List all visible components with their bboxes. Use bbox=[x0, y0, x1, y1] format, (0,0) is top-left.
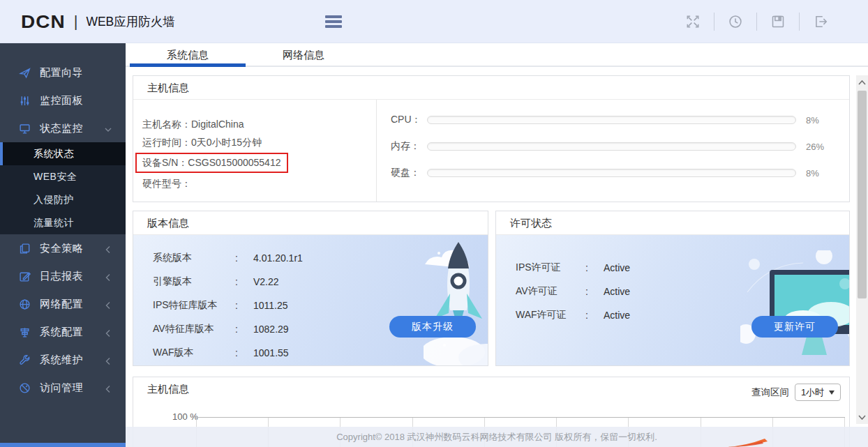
tab-bar: 系统信息 网络信息 bbox=[126, 43, 868, 67]
sidebar-item-system-maintain[interactable]: 系统维护 bbox=[0, 346, 126, 374]
disk-meter-track bbox=[427, 169, 796, 177]
fullscreen-icon[interactable] bbox=[685, 14, 701, 29]
sidebar-item-system-status[interactable]: 系统状态 bbox=[0, 142, 126, 165]
interval-selected-value: 1小时 bbox=[801, 381, 824, 404]
sidebar-item-label: 状态监控 bbox=[40, 122, 83, 135]
sidebar-item-config-wizard[interactable]: 配置向导 bbox=[0, 59, 126, 86]
cpu-meter-track bbox=[427, 116, 796, 124]
sidebar-accent-bar bbox=[0, 443, 126, 447]
waf-version-row: WAF版本:1001.55 bbox=[153, 341, 488, 365]
sidebar-item-label: 日志报表 bbox=[40, 270, 83, 283]
ips-signature-version-row: IPS特征库版本:1011.25 bbox=[153, 294, 488, 317]
sidebar-item-monitor-panel[interactable]: 监控面板 bbox=[0, 86, 126, 114]
engine-version-row: 引擎版本:V2.22 bbox=[153, 270, 488, 294]
dcn-logo: DCN bbox=[21, 11, 66, 32]
uptime-row: 运行时间：0天0小时15分钟 bbox=[142, 133, 376, 151]
version-info-panel: 版本信息 系统版本:4 bbox=[133, 211, 488, 366]
panel-title: 许可状态 bbox=[496, 211, 849, 235]
chevron-left-icon bbox=[105, 272, 112, 280]
interval-dropdown[interactable]: 1小时 bbox=[795, 384, 841, 401]
ips-license-row: IPS许可证:Active bbox=[516, 256, 849, 280]
save-icon[interactable] bbox=[770, 14, 786, 29]
blocked-globe-icon bbox=[19, 382, 31, 394]
hardware-model-row: 硬件型号： bbox=[142, 174, 376, 192]
sidebar-item-intrusion-prevention[interactable]: 入侵防护 bbox=[0, 188, 126, 211]
app-header: DCN | WEB应用防火墙 bbox=[0, 0, 868, 43]
y-axis-top-tick: 100 % bbox=[172, 411, 198, 422]
sidebar-item-security-policy[interactable]: 安全策略 bbox=[0, 234, 126, 262]
disk-percent: 8% bbox=[806, 168, 832, 179]
header-action-icons bbox=[672, 0, 841, 43]
signpost-icon bbox=[19, 326, 31, 338]
chevron-left-icon bbox=[105, 328, 112, 336]
sidebar-item-label: 访问管理 bbox=[40, 381, 83, 395]
sidebar-item-label: 系统维护 bbox=[40, 354, 83, 367]
edit-icon bbox=[19, 271, 31, 282]
documents-icon bbox=[19, 243, 31, 255]
memory-meter-track bbox=[427, 142, 796, 151]
license-status-panel: 许可状态 bbox=[495, 211, 850, 366]
sidebar-item-status-monitor[interactable]: 状态监控 bbox=[0, 114, 126, 142]
query-interval-label: 查询区间 bbox=[751, 381, 789, 404]
license-rows: IPS许可证:Active AV许可证:Active WAF许可证:Active bbox=[496, 235, 849, 327]
tab-network-info[interactable]: 网络信息 bbox=[246, 43, 361, 67]
monitor-icon bbox=[19, 123, 31, 135]
page-footer: Copyright© 2018 武汉神州数码云科网络技术有限公司 版权所有，保留… bbox=[126, 427, 868, 447]
chevron-left-icon bbox=[105, 384, 112, 392]
host-info-panel: 主机信息 主机名称：DigitalChina 运行时间：0天0小时15分钟 设备… bbox=[133, 75, 850, 202]
chevron-left-icon bbox=[105, 300, 112, 308]
waf-app-window: DCN | WEB应用防火墙 bbox=[0, 0, 868, 447]
scroll-down-arrow[interactable] bbox=[856, 411, 868, 423]
system-version-row: 系统版本:4.01.20.1r1 bbox=[153, 246, 488, 270]
main-content: 系统信息 网络信息 主机信息 主机名称：DigitalChina 运行时间：0天… bbox=[126, 43, 868, 447]
sidebar-item-log-report[interactable]: 日志报表 bbox=[0, 262, 126, 290]
resource-meters: CPU： 8% 内存： 26% 硬盘： 8% bbox=[376, 100, 849, 202]
panel-title: 主机信息 bbox=[147, 383, 189, 395]
sidebar-item-network-config[interactable]: 网络配置 bbox=[0, 290, 126, 318]
sliders-icon bbox=[19, 95, 31, 107]
vertical-scrollbar bbox=[856, 75, 868, 424]
panel-title: 版本信息 bbox=[133, 211, 488, 235]
host-fields: 主机名称：DigitalChina 运行时间：0天0小时15分钟 设备S/N：C… bbox=[133, 100, 376, 202]
memory-percent: 26% bbox=[806, 142, 832, 152]
disk-meter: 硬盘： 8% bbox=[391, 167, 832, 179]
sidebar-item-traffic-stats[interactable]: 流量统计 bbox=[0, 211, 126, 234]
sidebar-item-web-security[interactable]: WEB安全 bbox=[0, 165, 126, 188]
sidebar-item-access-mgmt[interactable]: 访问管理 bbox=[0, 374, 126, 402]
version-upgrade-button[interactable]: 版本升级 bbox=[389, 316, 476, 338]
paper-plane-icon bbox=[19, 67, 31, 79]
host-name-row: 主机名称：DigitalChina bbox=[142, 115, 376, 133]
globe-icon bbox=[19, 298, 31, 310]
scrollbar-thumb[interactable] bbox=[858, 91, 867, 298]
logo-separator: | bbox=[74, 13, 78, 31]
clock-icon[interactable] bbox=[728, 14, 743, 29]
sidebar-nav: 配置向导 监控面板 状态监控 系统状态 WEB安全 入侵防护 bbox=[0, 43, 126, 447]
orange-swoosh-decoration bbox=[727, 438, 768, 447]
cpu-percent: 8% bbox=[806, 115, 832, 126]
version-rows: 系统版本:4.01.20.1r1 引擎版本:V2.22 IPS特征库版本:101… bbox=[133, 235, 488, 365]
menu-toggle-icon[interactable] bbox=[325, 15, 342, 28]
update-license-button[interactable]: 更新许可 bbox=[751, 316, 838, 338]
serial-number-highlight-box: 设备S/N：CSGS015000055412 bbox=[135, 153, 288, 173]
scroll-up-arrow[interactable] bbox=[856, 77, 868, 88]
panel-title: 主机信息 bbox=[133, 76, 849, 100]
wrench-icon bbox=[19, 354, 31, 366]
sidebar-item-label: 安全策略 bbox=[40, 242, 83, 255]
caret-down-icon bbox=[829, 391, 835, 395]
logout-icon[interactable] bbox=[813, 14, 828, 29]
serial-number-row: 设备S/N：CSGS015000055412 bbox=[142, 153, 376, 173]
brand-area: DCN | WEB应用防火墙 bbox=[21, 0, 175, 43]
header-divider bbox=[714, 13, 714, 31]
chevron-left-icon bbox=[105, 244, 112, 252]
app-title: WEB应用防火墙 bbox=[86, 13, 174, 30]
active-tab-underline bbox=[130, 63, 246, 67]
header-divider bbox=[799, 13, 800, 31]
sidebar-item-label: 监控面板 bbox=[40, 94, 83, 107]
memory-meter: 内存： 26% bbox=[391, 140, 832, 153]
sidebar-item-label: 网络配置 bbox=[40, 298, 83, 311]
cpu-meter: CPU： 8% bbox=[391, 114, 832, 126]
sidebar-item-label: 系统配置 bbox=[40, 326, 83, 339]
chevron-left-icon bbox=[105, 356, 112, 364]
chevron-down-icon bbox=[105, 124, 112, 132]
sidebar-item-system-config[interactable]: 系统配置 bbox=[0, 318, 126, 346]
